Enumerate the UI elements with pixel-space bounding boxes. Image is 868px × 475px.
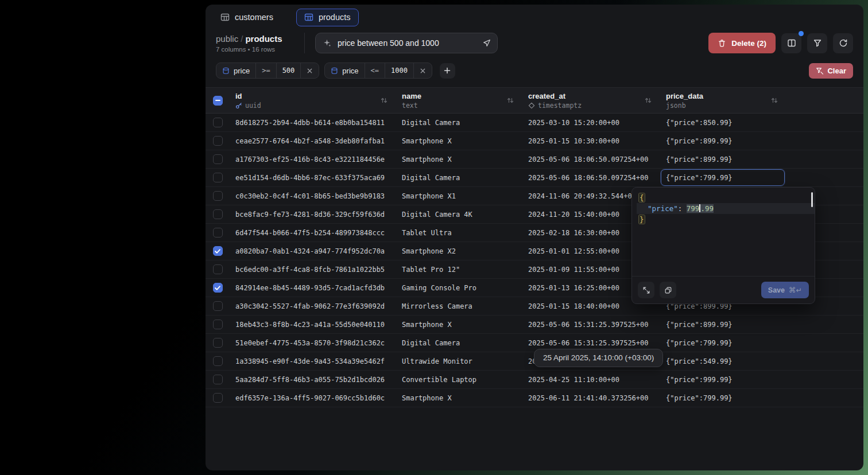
row-checkbox[interactable] bbox=[213, 246, 223, 256]
cell-created-at[interactable]: 2025-05-06 15:31:25.397525+00 bbox=[522, 316, 660, 333]
cell-price-data[interactable]: {"price":799.99} bbox=[660, 169, 786, 186]
row-select-cell[interactable] bbox=[206, 150, 230, 168]
row-select-cell[interactable] bbox=[206, 242, 230, 260]
cell-created-at[interactable]: 2025-03-10 15:20:00+00 bbox=[522, 114, 660, 131]
row-checkbox[interactable] bbox=[213, 228, 223, 238]
filter-column[interactable]: price bbox=[325, 63, 365, 78]
sort-icon[interactable] bbox=[506, 96, 514, 104]
columns-button[interactable] bbox=[781, 33, 801, 53]
cell-id[interactable]: 842914ee-8b45-4489-93d5-7cad1acfd3db bbox=[230, 279, 396, 297]
copy-button[interactable] bbox=[660, 282, 676, 298]
cell-created-at[interactable]: 2025-04-25 11:10:00+00 bbox=[522, 371, 660, 388]
cell-id[interactable]: a30c3042-5527-4fab-9062-77e3f639092d bbox=[230, 297, 396, 315]
row-checkbox[interactable] bbox=[213, 264, 223, 274]
filter-operator[interactable]: >= bbox=[256, 63, 276, 78]
row-select-cell[interactable] bbox=[206, 352, 230, 370]
sort-icon[interactable] bbox=[380, 96, 388, 104]
cell-name[interactable]: Mirrorless Camera bbox=[396, 297, 522, 315]
cell-price-data[interactable]: {"price":799.99} bbox=[660, 389, 786, 407]
cell-name[interactable]: Tablet Ultra bbox=[396, 224, 522, 242]
cell-id[interactable]: bce8fac9-fe73-4281-8d36-329cf59f636d bbox=[230, 205, 396, 223]
row-select-cell[interactable] bbox=[206, 224, 230, 242]
cell-name[interactable]: Tablet Pro 12" bbox=[396, 260, 522, 278]
cell-price-data[interactable]: {"price":899.99} bbox=[660, 316, 786, 333]
row-select-cell[interactable] bbox=[206, 169, 230, 186]
row-select-cell[interactable] bbox=[206, 279, 230, 297]
nl-query-input[interactable] bbox=[338, 38, 476, 48]
editor-scrollbar[interactable] bbox=[811, 192, 813, 207]
cell-id[interactable]: a1767303-ef25-416b-8c43-e3221184456e bbox=[230, 150, 396, 168]
filter-value[interactable]: 1000 bbox=[385, 63, 414, 78]
cell-price-data[interactable]: {"price":850.99} bbox=[660, 114, 786, 131]
cell-name[interactable]: Smartphone X bbox=[396, 316, 522, 333]
row-select-cell[interactable] bbox=[206, 334, 230, 352]
remove-filter-button[interactable] bbox=[301, 63, 319, 78]
row-select-cell[interactable] bbox=[206, 260, 230, 278]
cell-id[interactable]: 6d47f544-b066-47f5-b254-489973848ccc bbox=[230, 224, 396, 242]
cell-name[interactable]: Digital Camera bbox=[396, 169, 522, 186]
row-checkbox[interactable] bbox=[213, 393, 223, 403]
remove-filter-button[interactable] bbox=[414, 63, 432, 78]
tab-products[interactable]: products bbox=[296, 9, 359, 26]
row-checkbox[interactable] bbox=[213, 356, 223, 366]
cell-name[interactable]: Digital Camera bbox=[396, 334, 522, 352]
row-select-cell[interactable] bbox=[206, 114, 230, 131]
cell-id[interactable]: 5aa284d7-5ff8-46b3-a055-75b2d1bcd026 bbox=[230, 371, 396, 388]
breadcrumb-schema[interactable]: public bbox=[216, 34, 238, 44]
cell-name[interactable]: Convertible Laptop bbox=[396, 371, 522, 388]
filter-column[interactable]: price bbox=[216, 63, 256, 78]
breadcrumb-table[interactable]: products bbox=[245, 34, 282, 44]
cell-name[interactable]: Digital Camera bbox=[396, 114, 522, 131]
cell-id[interactable]: bc6edc00-a3ff-4ca8-8fcb-7861a1022bb5 bbox=[230, 260, 396, 278]
send-icon[interactable] bbox=[482, 38, 491, 48]
column-header-price-data[interactable]: price_data jsonb bbox=[660, 88, 786, 113]
sort-icon[interactable] bbox=[644, 96, 652, 104]
row-checkbox[interactable] bbox=[213, 301, 223, 311]
row-checkbox[interactable] bbox=[213, 375, 223, 384]
cell-created-at[interactable]: 2025-05-06 18:06:50.097254+00 bbox=[522, 169, 660, 186]
cell-created-at[interactable]: 2025-05-06 18:06:50.097254+00 bbox=[522, 150, 660, 168]
expand-button[interactable] bbox=[638, 282, 654, 298]
row-checkbox[interactable] bbox=[213, 283, 223, 293]
cell-price-data[interactable]: {"price":899.99} bbox=[660, 132, 786, 150]
cell-created-at[interactable]: 2025-01-15 10:30:00+00 bbox=[522, 132, 660, 150]
cell-name[interactable]: Smartphone X bbox=[396, 150, 522, 168]
cell-price-data[interactable]: {"price":999.99} bbox=[660, 371, 786, 388]
row-select-cell[interactable] bbox=[206, 371, 230, 388]
cell-id[interactable]: 51e0ebef-4775-453a-8570-3f98d21c362c bbox=[230, 334, 396, 352]
cell-price-data[interactable]: {"price":799.99} bbox=[660, 334, 786, 352]
cell-id[interactable]: edf6357e-136a-4ff5-9027-069cc5b1d60c bbox=[230, 389, 396, 407]
refresh-button[interactable] bbox=[833, 33, 853, 53]
row-checkbox[interactable] bbox=[213, 118, 223, 127]
column-header-created-at[interactable]: created_at timestamptz bbox=[522, 88, 660, 113]
delete-button[interactable]: Delete (2) bbox=[708, 33, 776, 53]
cell-created-at[interactable]: 2025-06-11 21:41:40.373256+00 bbox=[522, 389, 660, 407]
cell-id[interactable]: ee51d154-d6db-4bb6-87ec-633f375aca69 bbox=[230, 169, 396, 186]
cell-name[interactable]: Gaming Console Pro bbox=[396, 279, 522, 297]
cell-id[interactable]: a0820ba7-0ab1-4324-a947-774f952dc70a bbox=[230, 242, 396, 260]
cell-price-data[interactable]: {"price":549.99} bbox=[660, 352, 786, 370]
cell-id[interactable]: 1a338945-e90f-43de-9a43-534a39e5462f bbox=[230, 352, 396, 370]
column-header-id[interactable]: id uuid bbox=[230, 88, 396, 113]
cell-name[interactable]: Smartphone X bbox=[396, 389, 522, 407]
row-select-cell[interactable] bbox=[206, 389, 230, 407]
row-checkbox[interactable] bbox=[213, 209, 223, 219]
row-checkbox[interactable] bbox=[213, 136, 223, 146]
cell-name[interactable]: Smartphone X bbox=[396, 132, 522, 150]
cell-id[interactable]: 8d618275-2b94-4dbb-b614-e8b0ba154811 bbox=[230, 114, 396, 131]
cell-price-data[interactable]: {"price":899.99} bbox=[660, 150, 786, 168]
row-checkbox[interactable] bbox=[213, 338, 223, 348]
sort-icon[interactable] bbox=[770, 96, 778, 104]
tab-customers[interactable]: customers bbox=[212, 9, 281, 26]
row-select-cell[interactable] bbox=[206, 205, 230, 223]
cell-id[interactable]: c0c30eb2-0c4f-4c01-8b65-bed3be9b9183 bbox=[230, 187, 396, 205]
cell-name[interactable]: Ultrawide Monitor bbox=[396, 352, 522, 370]
row-checkbox[interactable] bbox=[213, 154, 223, 164]
filter-button[interactable] bbox=[807, 33, 827, 53]
filter-value[interactable]: 500 bbox=[277, 63, 301, 78]
cell-id[interactable]: 18eb43c3-8f8b-4c23-a41a-55d50e040110 bbox=[230, 316, 396, 333]
row-checkbox[interactable] bbox=[213, 320, 223, 329]
row-checkbox[interactable] bbox=[213, 191, 223, 201]
cell-name[interactable]: Smartphone X1 bbox=[396, 187, 522, 205]
clear-filters-button[interactable]: Clear bbox=[809, 63, 853, 79]
